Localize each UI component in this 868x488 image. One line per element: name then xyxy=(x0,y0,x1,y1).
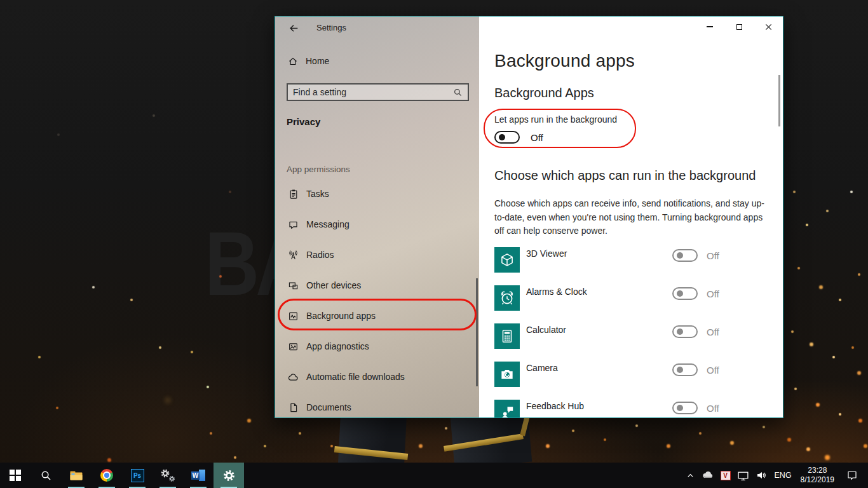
section-heading-choose-apps: Choose which apps can run in the backgro… xyxy=(494,168,756,183)
cloud-icon xyxy=(288,372,299,383)
back-arrow-icon xyxy=(288,23,299,34)
tray-date: 8/12/2019 xyxy=(801,475,834,485)
gears-icon xyxy=(160,468,175,482)
taskbar-chrome[interactable] xyxy=(92,463,122,488)
word-icon: W xyxy=(191,469,205,482)
calc-icon xyxy=(499,328,515,344)
content-scrollbar[interactable] xyxy=(778,75,780,126)
radios-icon xyxy=(288,250,299,261)
search-icon xyxy=(453,88,463,97)
app-toggle[interactable] xyxy=(672,287,698,300)
settings-sidebar: Settings Home Privacy App permissions Ta… xyxy=(275,17,479,417)
start-button[interactable] xyxy=(0,463,31,488)
file-explorer-icon xyxy=(69,469,83,482)
minimize-icon xyxy=(707,26,713,27)
tray-volume[interactable] xyxy=(752,463,770,488)
sidebar-item-background-apps[interactable]: Background apps xyxy=(275,301,479,331)
app-row-camera: Camera Off xyxy=(494,362,768,400)
taskbar: Ps W V xyxy=(0,463,868,488)
close-button[interactable] xyxy=(754,17,783,37)
master-toggle-state: Off xyxy=(531,132,543,143)
minimize-button[interactable] xyxy=(695,17,724,37)
tray-time: 23:28 xyxy=(801,466,834,475)
maximize-icon xyxy=(736,24,742,30)
sidebar-scrollbar[interactable] xyxy=(476,278,478,386)
taskbar-gears-app[interactable] xyxy=(153,463,183,488)
tray-onedrive[interactable] xyxy=(698,463,717,488)
sidebar-item-automatic-file-downloads[interactable]: Automatic file downloads xyxy=(275,362,479,392)
cloud-icon xyxy=(702,469,714,482)
sidebar-section-title: Privacy xyxy=(287,116,320,127)
taskbar-search-button[interactable] xyxy=(31,463,61,488)
windows-logo-icon xyxy=(10,470,21,481)
app-diagnostics-icon xyxy=(288,341,299,352)
photoshop-icon: Ps xyxy=(131,469,144,482)
toggle-knob xyxy=(499,134,505,140)
search-icon xyxy=(40,470,52,482)
tray-antivirus[interactable]: V xyxy=(717,463,734,488)
sidebar-item-documents[interactable]: Documents xyxy=(275,392,479,418)
section-description: Choose which apps can receive info, send… xyxy=(494,197,771,238)
feedback-icon xyxy=(499,404,515,418)
tray-language[interactable]: ENG xyxy=(770,471,796,480)
settings-search-box[interactable] xyxy=(287,83,469,101)
app-tile xyxy=(494,362,520,387)
search-input[interactable] xyxy=(288,87,453,97)
tray-clock[interactable]: 23:28 8/12/2019 xyxy=(796,466,839,485)
camera-icon xyxy=(499,366,515,383)
app-row-calculator: Calculator Off xyxy=(494,323,768,362)
screen: BA Settings Home Privacy App permissions xyxy=(0,0,868,488)
app-row-3d-viewer: 3D Viewer Off xyxy=(494,247,768,285)
app-tile xyxy=(494,400,520,418)
window-controls xyxy=(695,17,783,37)
close-icon xyxy=(765,24,772,30)
cube-icon xyxy=(499,252,515,268)
page-title: Background apps xyxy=(494,51,635,71)
maximize-button[interactable] xyxy=(724,17,754,37)
other-devices-icon xyxy=(288,280,299,291)
sidebar-item-messaging[interactable]: Messaging xyxy=(275,209,479,240)
v-shield-icon: V xyxy=(721,471,731,480)
sidebar-item-home[interactable]: Home xyxy=(288,56,329,66)
app-tile xyxy=(494,285,520,311)
background-apps-icon xyxy=(288,311,299,322)
wallpaper-figure-legs xyxy=(336,417,549,463)
tray-network[interactable] xyxy=(734,463,752,488)
taskbar-settings[interactable] xyxy=(214,463,244,488)
sidebar-nav: Tasks Messaging Radios Other dev xyxy=(275,179,479,418)
network-icon xyxy=(737,470,749,482)
taskbar-file-explorer[interactable] xyxy=(61,463,92,488)
tasks-icon xyxy=(288,189,299,200)
app-row-alarms-clock: Alarms & Clock Off xyxy=(494,285,768,323)
taskbar-word[interactable]: W xyxy=(183,463,214,488)
app-row-feedback-hub: Feedback Hub Off xyxy=(494,400,768,418)
sidebar-item-radios[interactable]: Radios xyxy=(275,240,479,270)
settings-content: Background apps Background Apps Let apps… xyxy=(479,17,783,417)
action-center-button[interactable] xyxy=(839,463,868,488)
documents-icon xyxy=(288,402,299,413)
system-tray: V ENG 23:28 8/12/2019 xyxy=(682,463,868,488)
settings-window: Settings Home Privacy App permissions Ta… xyxy=(275,16,783,418)
app-toggle[interactable] xyxy=(672,249,698,262)
home-icon xyxy=(288,56,298,66)
master-toggle[interactable] xyxy=(494,131,520,144)
speaker-icon xyxy=(756,470,767,481)
chevron-up-icon xyxy=(686,471,695,480)
sidebar-item-tasks[interactable]: Tasks xyxy=(275,179,479,209)
window-title: Settings xyxy=(316,23,346,32)
app-tile xyxy=(494,323,520,349)
app-toggle[interactable] xyxy=(672,325,698,338)
home-label: Home xyxy=(306,56,329,66)
section-heading-background-apps: Background Apps xyxy=(494,86,594,100)
action-center-icon xyxy=(846,470,858,481)
sidebar-item-other-devices[interactable]: Other devices xyxy=(275,270,479,301)
master-toggle-label: Let apps run in the background xyxy=(494,114,617,125)
tray-chevron-up[interactable] xyxy=(682,463,698,488)
app-toggle[interactable] xyxy=(672,402,698,414)
chrome-icon xyxy=(100,469,113,482)
taskbar-photoshop[interactable]: Ps xyxy=(122,463,153,488)
settings-gear-icon xyxy=(222,469,236,482)
app-toggle[interactable] xyxy=(672,363,698,376)
sidebar-item-app-diagnostics[interactable]: App diagnostics xyxy=(275,331,479,362)
back-button[interactable] xyxy=(285,21,302,35)
